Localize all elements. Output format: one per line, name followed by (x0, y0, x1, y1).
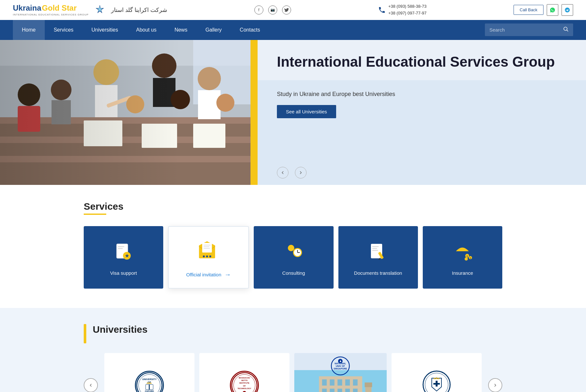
hero-title-area: International Educational Services Group (258, 40, 586, 80)
service-card-visa[interactable]: ★ Visa support (84, 226, 163, 289)
service-label-visa: Visa support (110, 270, 137, 276)
whatsapp-button[interactable] (547, 4, 558, 16)
hero-navigation (258, 162, 586, 185)
facebook-icon[interactable]: f (254, 5, 263, 14)
nav-link-home[interactable]: Home (13, 20, 45, 40)
hero-description-panel: Study in Ukraine and Europe best Univers… (258, 80, 586, 162)
svg-point-55 (465, 257, 468, 261)
search-icon[interactable] (563, 26, 569, 33)
nav-link-gallery[interactable]: Gallery (196, 20, 231, 40)
svg-point-0 (564, 27, 567, 31)
svg-line-1 (567, 30, 568, 31)
nav-item-about[interactable]: About us (127, 20, 165, 40)
svg-rect-94 (353, 388, 357, 392)
svg-rect-91 (330, 388, 334, 392)
hero-title: International Educational Services Group (277, 53, 567, 71)
svg-text:OXFORD: OXFORD (145, 390, 154, 392)
invitation-arrow: → (224, 271, 231, 278)
universities-header: Universities (84, 324, 502, 343)
phone-area: +38 (093) 588-38-73 +38 (097) 097-77-97 (378, 3, 427, 17)
svg-text:UNIVERSITY: UNIVERSITY (142, 378, 157, 381)
service-card-consulting[interactable]: Consulting (254, 226, 333, 289)
service-label-insurance: Insurance (452, 270, 473, 276)
search-box[interactable] (485, 24, 573, 36)
svg-rect-93 (345, 388, 350, 392)
svg-text:TECHNOLOGY: TECHNOLOGY (237, 387, 251, 389)
services-underline (84, 214, 106, 215)
nav-item-gallery[interactable]: Gallery (196, 20, 231, 40)
svg-rect-88 (345, 379, 350, 385)
svg-rect-86 (330, 379, 334, 385)
telegram-button[interactable] (562, 4, 573, 16)
see-all-universities-button[interactable]: See all Universities (277, 105, 336, 118)
services-section: Services ★ Visa support (0, 185, 586, 308)
svg-text:♟: ♟ (339, 360, 342, 363)
logo-star-icon (93, 4, 106, 16)
phone-icon (378, 6, 386, 14)
svg-rect-64 (150, 385, 153, 389)
svg-text:UNIV OF: UNIV OF (336, 365, 345, 367)
service-card-invitation[interactable]: Official invitation → (168, 226, 249, 289)
university-card-4[interactable]: UNIVERSITY (392, 353, 482, 392)
nav-link-universities[interactable]: Universities (82, 20, 127, 40)
hero-study-text: Study in Ukraine and Europe best Univers… (277, 90, 567, 99)
hero-text-panel: International Educational Services Group… (258, 40, 586, 185)
universities-carousel: UNIVERSITY OF OXFORD (84, 353, 502, 392)
nav-item-news[interactable]: News (165, 20, 196, 40)
search-input[interactable] (489, 27, 560, 33)
university-card-mit[interactable]: MASSACHU SETTS INSTITUTE OF TECHNOLOGY ★ (199, 353, 289, 392)
callback-button[interactable]: Call Back (514, 5, 543, 15)
svg-text:$: $ (467, 255, 468, 257)
svg-rect-33 (202, 243, 212, 253)
university-cards: UNIVERSITY OF OXFORD (104, 353, 482, 392)
svg-point-39 (209, 255, 211, 257)
university-card-nus[interactable]: NATIONAL UNIV OF SINGAPORE ♟ (294, 353, 387, 392)
carousel-prev-button[interactable] (84, 378, 98, 392)
insurance-icon: $ $ (453, 242, 472, 265)
nav-item-home[interactable]: Home (13, 20, 45, 40)
twitter-icon[interactable] (282, 5, 291, 14)
svg-text:INSTITUTE: INSTITUTE (239, 382, 249, 384)
svg-rect-87 (337, 379, 342, 385)
header-top: Ukraina Gold Star INTERNATIONAL EDUCATIO… (0, 0, 586, 20)
service-card-documents[interactable]: Documents translation (338, 226, 418, 289)
oxford-logo: UNIVERSITY OF OXFORD (135, 371, 164, 392)
svg-rect-63 (146, 385, 149, 389)
invitation-icon (197, 240, 220, 266)
nus-logo-top: NATIONAL UNIV OF SINGAPORE ♟ (331, 356, 350, 377)
svg-rect-47 (372, 246, 379, 247)
carousel-next-button[interactable] (488, 378, 502, 392)
nav-item-services[interactable]: Services (45, 20, 82, 40)
svg-text:$: $ (470, 257, 471, 259)
svg-text:SETTS: SETTS (241, 379, 248, 381)
university-card-oxford[interactable]: UNIVERSITY OF OXFORD (104, 353, 194, 392)
svg-rect-35 (203, 246, 209, 247)
hero-next-arrow[interactable] (295, 167, 307, 178)
svg-rect-26 (0, 40, 258, 185)
service-label-documents: Documents translation (354, 270, 402, 276)
phone1: +38 (093) 588-38-73 (388, 3, 427, 10)
header-actions: Call Back (514, 4, 573, 16)
service-card-insurance[interactable]: $ $ Insurance (423, 226, 502, 289)
universities-title: Universities (93, 324, 147, 335)
nav-link-contacts[interactable]: Contacts (231, 20, 269, 40)
nav-link-services[interactable]: Services (45, 20, 82, 40)
hero-prev-arrow[interactable] (277, 167, 288, 178)
logo[interactable]: Ukraina Gold Star INTERNATIONAL EDUCATIO… (13, 4, 89, 16)
invitation-label-row[interactable]: Official invitation → (186, 271, 231, 278)
instagram-icon[interactable]: 📷 (268, 5, 277, 14)
nav-link-news[interactable]: News (165, 20, 196, 40)
services-grid: ★ Visa support (84, 226, 502, 289)
nav-item-universities[interactable]: Universities (82, 20, 127, 40)
logo-text-part2: Gold Star (42, 4, 77, 13)
svg-rect-36 (203, 248, 210, 249)
classroom-illustration (0, 40, 258, 185)
phone-numbers: +38 (093) 588-38-73 +38 (097) 097-77-97 (388, 3, 427, 17)
svg-point-38 (206, 255, 208, 257)
visa-icon: ★ (114, 242, 133, 265)
nav-item-contacts[interactable]: Contacts (231, 20, 269, 40)
arabic-name: شرکت اکراینا گلد استار (111, 6, 167, 14)
nav-link-about[interactable]: About us (127, 20, 165, 40)
svg-text:★: ★ (125, 253, 129, 258)
consulting-icon (284, 242, 303, 265)
